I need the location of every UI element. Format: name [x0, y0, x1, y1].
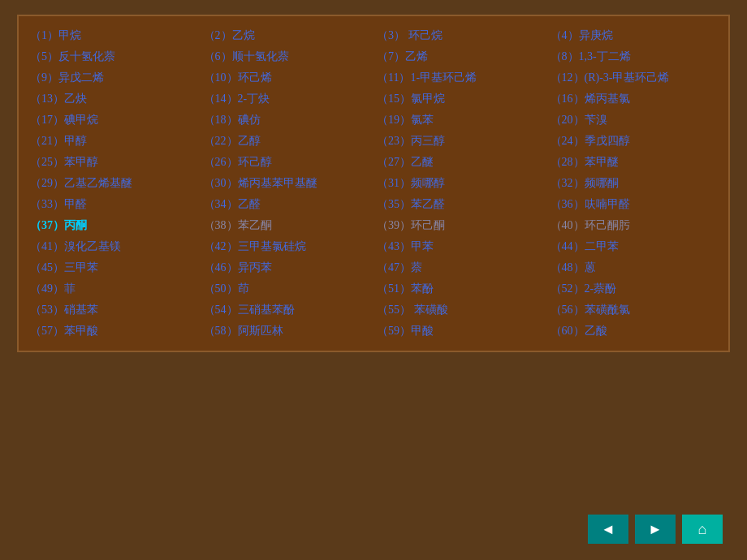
list-item: （3） 环己烷 [374, 26, 547, 45]
list-item: （38）苯乙酮 [201, 216, 374, 235]
list-item: （18）碘仿 [201, 110, 374, 130]
list-item: （39）环己酮 [374, 216, 547, 235]
list-item: （60）乙酸 [547, 321, 721, 341]
list-item: （29）乙基乙烯基醚 [27, 174, 201, 193]
list-item: （36）呋喃甲醛 [547, 195, 721, 214]
items-grid: （1）甲烷（2）乙烷（3） 环己烷（4）异庚烷（5）反十氢化萘（6）顺十氢化萘（… [27, 26, 720, 341]
list-item: （23）丙三醇 [374, 131, 547, 151]
list-item: （41）溴化乙基镁 [27, 237, 201, 256]
list-item: （19）氯苯 [374, 110, 547, 130]
list-item: （8）1,3-丁二烯 [547, 47, 721, 67]
list-item: （26）环己醇 [201, 153, 374, 172]
content-box: （1）甲烷（2）乙烷（3） 环己烷（4）异庚烷（5）反十氢化萘（6）顺十氢化萘（… [17, 15, 730, 352]
list-item: （33）甲醛 [27, 195, 201, 214]
list-item: （58）阿斯匹林 [201, 321, 374, 341]
list-item: （55） 苯磺酸 [374, 300, 547, 320]
list-item: （14）2-丁炔 [201, 89, 374, 109]
list-item: （51）苯酚 [374, 279, 547, 299]
list-item: （28）苯甲醚 [547, 153, 721, 172]
list-item: （42）三甲基氯硅烷 [201, 237, 374, 256]
list-item: （20）苄溴 [547, 110, 721, 130]
list-item: （40）环己酮肟 [547, 216, 721, 235]
list-item: （27）乙醚 [374, 153, 547, 172]
list-item: （16）烯丙基氯 [547, 89, 721, 109]
main-container: （1）甲烷（2）乙烷（3） 环己烷（4）异庚烷（5）反十氢化萘（6）顺十氢化萘（… [0, 0, 747, 560]
list-item: （17）碘甲烷 [27, 110, 201, 130]
list-item: （56）苯磺酰氯 [547, 300, 721, 320]
list-item: （46）异丙苯 [201, 258, 374, 278]
list-item: （2）乙烷 [201, 26, 374, 45]
list-item: （15）氯甲烷 [374, 89, 547, 109]
list-item: （12）(R)-3-甲基环己烯 [547, 68, 721, 88]
list-item: （47）萘 [374, 258, 547, 278]
list-item: （31）频哪醇 [374, 174, 547, 193]
list-item: （43）甲苯 [374, 237, 547, 256]
list-item: （52）2-萘酚 [547, 279, 721, 299]
list-item: （6）顺十氢化萘 [201, 47, 374, 67]
home-button[interactable]: ⌂ [682, 515, 723, 544]
list-item: （25）苯甲醇 [27, 153, 201, 172]
list-item: （22）乙醇 [201, 131, 374, 151]
list-item: （57）苯甲酸 [27, 321, 201, 341]
list-item: （34）乙醛 [201, 195, 374, 214]
list-item: （45）三甲苯 [27, 258, 201, 278]
list-item: （54）三硝基苯酚 [201, 300, 374, 320]
list-item: （10）环己烯 [201, 68, 374, 88]
list-item: （30）烯丙基苯甲基醚 [201, 174, 374, 193]
list-item: （59）甲酸 [374, 321, 547, 341]
list-item: （37）丙酮 [27, 216, 201, 235]
play-button[interactable]: ► [635, 515, 676, 544]
list-item: （44）二甲苯 [547, 237, 721, 256]
list-item: （53）硝基苯 [27, 300, 201, 320]
list-item: （32）频哪酮 [547, 174, 721, 193]
bottom-bar: ◄ ► ⌂ [588, 515, 723, 544]
list-item: （49）菲 [27, 279, 201, 299]
list-item: （9）异戊二烯 [27, 68, 201, 88]
list-item: （11）1-甲基环己烯 [374, 68, 547, 88]
list-item: （5）反十氢化萘 [27, 47, 201, 67]
list-item: （21）甲醇 [27, 131, 201, 151]
list-item: （48）蒽 [547, 258, 721, 278]
list-item: （1）甲烷 [27, 26, 201, 45]
prev-button[interactable]: ◄ [588, 515, 628, 544]
list-item: （24）季戊四醇 [547, 131, 721, 151]
list-item: （35）苯乙醛 [374, 195, 547, 214]
list-item: （50）茚 [201, 279, 374, 299]
list-item: （13）乙炔 [27, 89, 201, 109]
list-item: （7）乙烯 [374, 47, 547, 67]
list-item: （4）异庚烷 [547, 26, 721, 45]
